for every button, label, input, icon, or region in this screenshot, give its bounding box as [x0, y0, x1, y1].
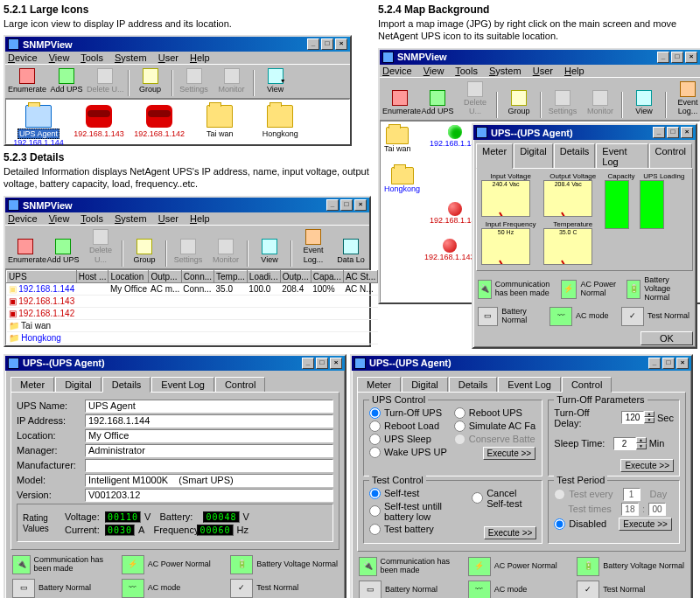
close-button[interactable]: ×	[335, 38, 347, 50]
tb-datalog[interactable]: Data Lo	[332, 237, 369, 267]
titlebar[interactable]: SNMPView _ □ ×	[5, 37, 350, 52]
table-row[interactable]: 📁 Tai wan	[7, 319, 378, 331]
spin-down[interactable]: ▼	[636, 443, 647, 449]
close-button[interactable]: ×	[681, 127, 693, 138]
titlebar-map[interactable]: SNMPView _ □ ×	[380, 50, 700, 65]
titlebar-upscontrol[interactable]: UPS--(UPS Agent) _ □ ×	[352, 356, 691, 371]
spin-up[interactable]: ▲	[636, 437, 647, 443]
titlebar-meter[interactable]: UPS--(UPS Agent) _ □ ×	[473, 125, 696, 140]
table-row[interactable]: 📁 Hongkong	[7, 331, 378, 344]
icon-area[interactable]: UPS Agent192.168.1.144 192.168.1.143 192…	[5, 99, 350, 144]
maximize-button[interactable]: □	[667, 127, 679, 138]
menu-tools[interactable]: Tools	[455, 66, 478, 76]
radio-cancelselftest[interactable]: Cancel Self-test	[472, 488, 536, 509]
menu-help[interactable]: Help	[564, 66, 584, 76]
map-143[interactable]: 192.168.1.143	[424, 239, 475, 261]
input-version[interactable]	[85, 489, 333, 502]
tab-digital[interactable]: Digital	[402, 377, 448, 393]
col-host[interactable]: Host ...	[76, 270, 108, 282]
menu-user[interactable]: User	[158, 213, 178, 224]
tab-meter[interactable]: Meter	[357, 377, 401, 393]
minimize-button[interactable]: _	[648, 358, 661, 369]
close-button[interactable]: ×	[676, 358, 689, 369]
tb-eventlog[interactable]: Event Log...	[669, 80, 700, 119]
radio-turnoff[interactable]: Turn-Off UPS	[369, 407, 447, 419]
tab-evlog[interactable]: Event Log	[596, 143, 648, 169]
execute-test-button[interactable]: Execute >>	[484, 526, 537, 539]
titlebar-details[interactable]: SNMPView _ □ ×	[5, 198, 369, 212]
menu-view[interactable]: View	[424, 66, 444, 76]
tab-control[interactable]: Control	[649, 143, 692, 169]
tab-digital[interactable]: Digital	[514, 143, 553, 169]
tb-group[interactable]: Group	[500, 88, 537, 118]
menu-system[interactable]: System	[115, 52, 147, 63]
execute-params-button[interactable]: Execute >>	[620, 459, 674, 472]
menu-system[interactable]: System	[115, 213, 147, 224]
ok-button[interactable]: OK	[640, 331, 693, 345]
minimize-button[interactable]: _	[307, 38, 319, 50]
col-ups[interactable]: UPS	[7, 270, 77, 282]
menu-device[interactable]: Device	[8, 213, 38, 224]
input-ip[interactable]	[85, 414, 333, 428]
tab-evlog[interactable]: Event Log	[498, 377, 561, 393]
col-acst[interactable]: AC St...	[343, 270, 377, 282]
input-sleep-time[interactable]	[613, 437, 636, 450]
minimize-button[interactable]: _	[653, 127, 665, 138]
col-load[interactable]: Loadi...	[247, 270, 280, 282]
menu-user[interactable]: User	[158, 52, 178, 63]
radio-testbattery[interactable]: Test battery	[369, 524, 465, 535]
menu-user[interactable]: User	[533, 66, 553, 76]
tb-group[interactable]: Group	[132, 66, 169, 96]
map-area[interactable]: Tai wan 192.168.1.144 Hongkong 192.168.1…	[380, 121, 700, 302]
col-outv[interactable]: Outp...	[280, 270, 311, 282]
menu-device[interactable]: Device	[382, 66, 412, 76]
table-row[interactable]: ▣ 192.168.1.143	[7, 295, 378, 307]
icon-dev142[interactable]: 192.168.1.142	[131, 105, 187, 138]
icon-taiwan[interactable]: Tai wan	[192, 105, 248, 138]
tab-evlog[interactable]: Event Log	[151, 377, 214, 393]
maximize-button[interactable]: □	[316, 358, 328, 369]
radio-wakeups[interactable]: Wake UPS UP	[369, 447, 447, 458]
maximize-button[interactable]: □	[662, 358, 675, 369]
menu-device[interactable]: Device	[8, 52, 38, 63]
tab-meter[interactable]: Meter	[476, 143, 513, 169]
radio-rebootload[interactable]: Reboot Load	[369, 421, 447, 432]
tab-details[interactable]: Details	[449, 377, 498, 393]
col-temp[interactable]: Temp...	[214, 270, 248, 282]
tb-eventlog[interactable]: Event Log...	[295, 227, 332, 267]
icon-upsagent[interactable]: UPS Agent192.168.1.144	[10, 105, 66, 147]
tb-enumerate[interactable]: Enumerate	[7, 66, 47, 96]
spin-down[interactable]: ▼	[644, 417, 654, 423]
map-hongkong[interactable]: Hongkong	[384, 167, 420, 193]
execute-period-button[interactable]: Execute >>	[619, 518, 672, 531]
tab-details[interactable]: Details	[102, 377, 151, 393]
tb-enumerate[interactable]: Enumerate	[7, 237, 44, 267]
close-button[interactable]: ×	[685, 52, 697, 63]
menu-tools[interactable]: Tools	[80, 213, 103, 224]
col-outp[interactable]: Outp...	[149, 270, 181, 282]
col-conn[interactable]: Conn...	[181, 270, 214, 282]
table-row[interactable]: ▣ 192.168.1.142	[7, 307, 378, 319]
menu-help[interactable]: Help	[190, 52, 210, 63]
tb-view[interactable]: View	[251, 237, 288, 267]
maximize-button[interactable]: □	[340, 199, 353, 211]
input-location[interactable]	[85, 429, 333, 442]
radio-selftest[interactable]: Self-test	[369, 488, 465, 499]
tb-group[interactable]: Group	[126, 237, 163, 267]
tb-view[interactable]: ▼View	[257, 66, 294, 96]
menu-view[interactable]: View	[49, 52, 70, 63]
execute-ups-button[interactable]: Execute >>	[483, 447, 536, 460]
tab-meter[interactable]: Meter	[10, 377, 54, 393]
tab-control[interactable]: Control	[215, 377, 265, 393]
tb-view[interactable]: View	[626, 88, 662, 118]
tb-addups[interactable]: Add UPS	[48, 66, 85, 96]
icon-hongkong[interactable]: Hongkong	[252, 105, 308, 138]
titlebar-upsdetails[interactable]: UPS--(UPS Agent) _ □ ×	[5, 356, 345, 371]
table-row[interactable]: ▣ 192.168.1.144My OfficeAC m...Conn...35…	[7, 282, 378, 295]
menu-help[interactable]: Help	[190, 213, 210, 224]
tb-addups[interactable]: Add UPS	[45, 237, 81, 267]
minimize-button[interactable]: _	[657, 52, 669, 63]
radio-untillow[interactable]: Self-test untill battery low	[369, 501, 465, 522]
radio-disabled[interactable]: Disabled Execute >>	[554, 518, 674, 531]
input-manager[interactable]	[85, 444, 333, 457]
